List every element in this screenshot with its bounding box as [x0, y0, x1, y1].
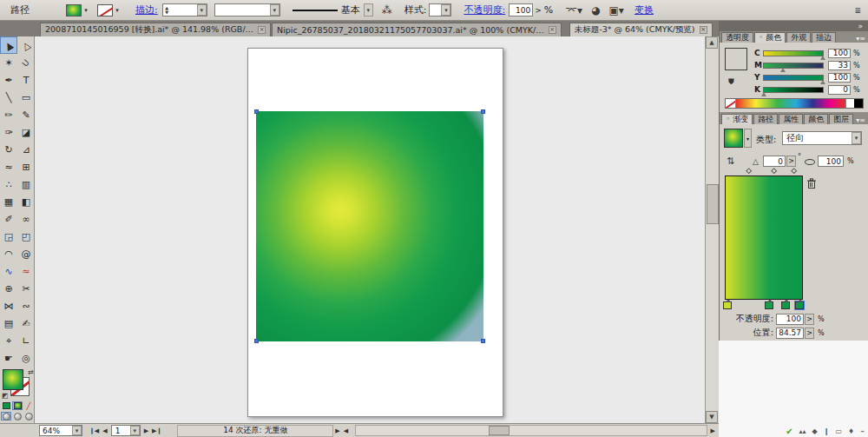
channel-slider[interactable]	[763, 63, 824, 69]
channel-value-input[interactable]: 100	[828, 73, 851, 83]
scroll-down-icon[interactable]: ▼	[706, 411, 718, 423]
color-spectrum-bar[interactable]	[725, 98, 864, 109]
opacity-popup-arrow[interactable]: >	[535, 6, 542, 15]
free-transform-tool[interactable]: ⊞	[17, 158, 35, 175]
chevron-down-icon[interactable]: ▾	[852, 132, 861, 144]
pen-tool[interactable]: ✒	[0, 71, 17, 89]
selection-handle[interactable]	[254, 109, 259, 114]
chevron-down-icon[interactable]: ▾	[113, 4, 122, 17]
last-artboard-icon[interactable]: ▶❙	[152, 427, 161, 434]
mesh-tool[interactable]: ▦	[0, 193, 17, 210]
close-icon[interactable]: ×	[700, 26, 707, 34]
none-swatch-icon[interactable]	[726, 99, 736, 108]
channel-value-input[interactable]: 33	[828, 61, 851, 70]
opacity-link[interactable]: 不透明度:	[464, 3, 505, 17]
panel-menu-icon[interactable]: ▾≡	[856, 35, 865, 43]
status-flyout-icon[interactable]: ▶	[335, 427, 339, 434]
selection-handle[interactable]	[481, 339, 485, 343]
first-artboard-icon[interactable]: ❙◀	[89, 427, 99, 434]
recolor-artwork-icon[interactable]: ◕	[591, 4, 600, 17]
width-profile-dropdown[interactable]: ▾	[214, 3, 280, 17]
symbol-sprayer-tool[interactable]: ∴	[0, 175, 17, 193]
live-paint-bucket-tool[interactable]: ◲	[0, 228, 17, 245]
close-icon[interactable]: ×	[549, 26, 556, 34]
selection-handle[interactable]	[254, 339, 259, 343]
chevron-down-icon[interactable]: ▾	[82, 4, 90, 17]
collapse-panels-icon[interactable]: »	[858, 22, 863, 30]
chevron-down-icon[interactable]: ▾	[744, 129, 752, 148]
opacity-input[interactable]: 100	[509, 3, 533, 17]
stroke-weight-input[interactable]: ▲▼ ▾	[162, 3, 207, 17]
scroll-right-icon[interactable]: ▶	[711, 427, 715, 434]
vertical-scrollbar[interactable]: ▲ ▼	[705, 36, 719, 423]
channel-value-input[interactable]: 100	[828, 49, 851, 58]
tab-属性[interactable]: 属性	[779, 114, 803, 124]
tab-渐变[interactable]: ◦ 渐变	[721, 114, 753, 124]
chevron-down-icon[interactable]: ▾	[197, 4, 207, 16]
tray-icon[interactable]: ▴▴	[799, 427, 806, 435]
zoom-tool[interactable]: ◎	[17, 349, 35, 367]
reverse-gradient-icon[interactable]: ⇅	[727, 156, 734, 167]
rectangle-tool[interactable]: ▭	[17, 89, 35, 106]
wave-tool[interactable]: ≈	[17, 262, 35, 280]
previous-artboard-icon[interactable]: ◀	[102, 427, 107, 434]
line-segment-tool[interactable]: ╲	[0, 89, 17, 106]
next-artboard-icon[interactable]: ▶	[144, 427, 148, 434]
tray-icon[interactable]: ◆	[812, 427, 818, 435]
type-tool[interactable]: T	[17, 71, 35, 89]
gradient-mode-button[interactable]	[12, 401, 23, 410]
stroke-link[interactable]: 描边:	[135, 3, 158, 17]
gradient-stop[interactable]	[765, 301, 773, 309]
direct-selection-tool[interactable]: △	[17, 36, 35, 54]
tab-颜色[interactable]: 颜色	[804, 114, 828, 124]
gradient-type-dropdown[interactable]: 径向 ▾	[782, 131, 862, 145]
midpoint-diamond[interactable]	[746, 168, 752, 174]
wrinkle-tool[interactable]: ∾	[17, 297, 35, 315]
swap-fill-stroke-icon[interactable]: ⇄	[28, 368, 34, 376]
zoom-level-dropdown[interactable]: 64% ▾	[39, 425, 82, 436]
artboard-tool[interactable]: ⊕	[0, 280, 17, 297]
draw-inside-button[interactable]	[23, 412, 34, 420]
select-menu-icon[interactable]: ⌤▾	[565, 4, 582, 17]
scroll-up-icon[interactable]: ▲	[706, 36, 718, 49]
current-color-swatch[interactable]	[725, 48, 747, 70]
draw-normal-button[interactable]	[1, 412, 11, 420]
rotate-tool[interactable]: ↻	[0, 141, 17, 158]
slider-handle[interactable]	[820, 56, 825, 60]
tray-icon[interactable]: ❙	[824, 427, 830, 435]
grid-tool[interactable]: ▤	[0, 315, 17, 332]
channel-slider[interactable]	[763, 87, 824, 93]
white-swatch[interactable]	[845, 99, 854, 108]
tab-图层[interactable]: 图层	[829, 114, 853, 124]
tab-路径[interactable]: 路径	[753, 114, 778, 124]
arc-tool[interactable]: ◠	[0, 245, 17, 262]
spiral-tool[interactable]: @	[17, 245, 35, 262]
none-mode-button[interactable]: ╱	[23, 401, 34, 410]
blend-tool[interactable]: ∞	[17, 210, 35, 228]
tray-icon[interactable]: ⌁	[860, 427, 865, 435]
column-graph-tool[interactable]: ▥	[17, 175, 35, 193]
paintbrush-tool[interactable]: ✏	[0, 106, 17, 123]
gradient-stop[interactable]	[795, 301, 804, 309]
lasso-tool[interactable]: ⊃	[17, 54, 35, 71]
document-tab[interactable]: 未标题-3* @ 64% (CMYK/预览)×	[569, 23, 713, 36]
channel-slider[interactable]	[763, 50, 824, 56]
tab-颜色[interactable]: ◦ 颜色	[754, 32, 786, 43]
tray-icon[interactable]: ✔	[786, 427, 792, 436]
chevron-down-icon[interactable]: ▾	[441, 4, 450, 16]
tray-icon[interactable]: ♦	[848, 427, 854, 435]
delete-stop-icon[interactable]	[806, 178, 817, 189]
canvas-area[interactable]	[35, 36, 705, 423]
rainbow-spectrum[interactable]	[736, 99, 845, 108]
angle-popup-arrow[interactable]: >	[786, 156, 796, 167]
midpoint-diamond[interactable]	[791, 168, 797, 174]
slider-handle[interactable]	[820, 80, 825, 84]
line-graph-tool[interactable]: ∿	[0, 262, 17, 280]
gradient-ramp[interactable]	[725, 175, 803, 300]
horizontal-scrollbar[interactable]	[355, 425, 707, 436]
midpoint-diamond[interactable]	[771, 168, 777, 174]
tab-外观[interactable]: 外观	[786, 32, 811, 43]
color-mode-button[interactable]	[1, 401, 11, 410]
stop-position-input[interactable]: 84.57	[776, 328, 804, 339]
selection-handle[interactable]	[481, 109, 485, 114]
